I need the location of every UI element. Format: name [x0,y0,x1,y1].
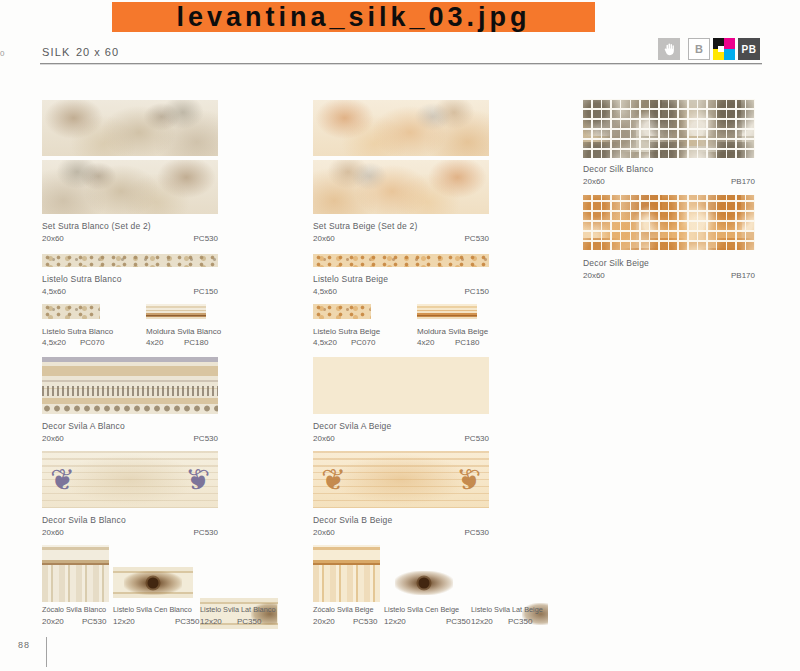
tile-image-moldura-svila-blanco [146,304,206,319]
tile-image-decor-svila-a-blanco [42,357,218,414]
product-decor-svila-a-blanco: Decor Svila A Blanco 20x60PC530 [42,357,218,443]
product-size: 20x60 [42,434,64,443]
product-size: 12x20 [471,617,493,626]
product-code: PC530 [465,434,489,443]
tile-image-zocalo-svila-blanco [42,545,109,602]
product-name: Set Sutra Beige (Set de 2) [313,221,489,231]
tile-image-listelo-svila-cen-blanco [113,567,193,598]
product-name: Decor Svila B Beige [313,515,489,525]
hand-icon [662,42,677,57]
cmyk-icon [713,38,735,60]
product-row-bottom-blanco: Zócalo Svila Blanco Listelo Svila Cen Bl… [42,545,282,630]
product-decor-svila-a-beige: Decor Svila A Beige 20x60PC530 [313,357,489,443]
tile-image-set-sutra-blanco-1 [42,100,218,156]
product-size: 4x20 [146,338,163,347]
tile-image-decor-svila-b-blanco: ❦ ❦ [42,451,218,508]
product-name: Decor Silk Beige [583,258,755,268]
product-set-sutra-beige: Set Sutra Beige (Set de 2) 20x60PC530 [313,100,489,243]
product-size: 20x60 [583,271,605,280]
product-code: PC530 [194,434,218,443]
hand-stamp-icon [658,38,680,60]
corner-flourish-icon: ❦ [185,465,210,495]
product-name: Listelo Sutra Beige [313,327,380,336]
product-code: PC530 [82,617,106,626]
header-rule [40,63,762,65]
tile-image-listelo-sutra-blanco-60 [42,254,218,267]
product-row-bottom-beige: Zócalo Svila Beige Listelo Svila Cen Bei… [313,545,553,630]
tile-image-moldura-svila-beige [417,304,477,319]
product-size: 20x60 [42,234,64,243]
product-name: Zócalo Svila Beige [313,605,373,614]
product-size: 20x60 [583,177,605,186]
product-size: 4,5x60 [313,287,337,296]
product-name: Listelo Sutra Blanco [42,274,218,284]
tile-image-decor-silk-beige [583,195,755,250]
product-size: 12x20 [384,617,406,626]
product-size: 20x60 [313,434,335,443]
product-size: 20x20 [42,617,64,626]
collection-name: SILK [42,46,71,58]
product-decor-svila-b-blanco: ❦ ❦ Decor Svila B Blanco 20x60PC530 [42,451,218,537]
product-name: Zócalo Svila Blanco [42,605,106,614]
product-code: PC350 [508,617,532,626]
product-size: 20x60 [42,528,64,537]
product-decor-silk-blanco: Decor Silk Blanco 20x60PB170 [583,99,755,186]
filename-text: levantina_silk_03.jpg [176,2,530,33]
page-number: 88 [18,640,30,650]
product-name: Listelo Sutra Blanco [42,327,113,336]
product-code: PC180 [455,338,479,347]
product-size: 4,5x20 [42,338,66,347]
footer-divider [46,637,47,667]
corner-flourish-icon: ❦ [321,465,346,495]
product-code: PC150 [465,287,489,296]
product-size: 12x20 [113,617,135,626]
product-code: PC350 [446,617,470,626]
tile-image-zocalo-svila-beige [313,545,380,602]
product-name: Listelo Svila Lat Blanco [200,605,275,614]
product-size: 12x20 [200,617,222,626]
product-size: 20x60 [313,528,335,537]
product-code: PB170 [731,271,755,280]
product-row-small-beige: Listelo Sutra Beige Moldura Svila Beige … [313,304,533,348]
corner-flourish-icon: ❦ [50,465,75,495]
product-code: PC070 [351,338,375,347]
product-name: Listelo Sutra Beige [313,274,489,284]
product-name: Listelo Svila Lat Beige [471,605,543,614]
tile-image-listelo-sutra-blanco-20 [42,304,100,319]
product-code: PC530 [353,617,377,626]
tile-image-set-sutra-beige-1 [313,100,489,156]
product-code: PC530 [465,528,489,537]
product-code: PC350 [237,617,261,626]
product-name: Listelo Svila Cen Blanco [113,605,192,614]
tile-image-listelo-svila-cen-beige [384,567,464,598]
corner-flourish-icon: ❦ [456,465,481,495]
product-code: PC070 [80,338,104,347]
tile-image-decor-svila-a-beige [313,357,489,414]
tile-image-decor-silk-blanco [583,99,755,158]
scan-edge-fragment: 0 [0,49,4,58]
product-name: Decor Svila A Blanco [42,421,218,431]
product-code: PC150 [194,287,218,296]
product-name: Moldura Svila Beige [417,327,488,336]
product-code: PB170 [731,177,755,186]
product-size: 4,5x20 [313,338,337,347]
product-code: PC530 [465,234,489,243]
product-name: Moldura Svila Blanco [146,327,221,336]
tile-image-listelo-sutra-beige-60 [313,254,489,267]
product-size: 4x20 [417,338,434,347]
product-name: Decor Silk Blanco [583,164,755,174]
product-row-small-blanco: Listelo Sutra Blanco Moldura Svila Blanc… [42,304,262,348]
product-name: Listelo Svila Cen Beige [384,605,459,614]
filename-bar: levantina_silk_03.jpg [112,2,595,32]
pb-badge: PB [738,38,760,60]
b-badge: B [688,38,710,60]
product-name: Set Sutra Blanco (Set de 2) [42,221,218,231]
product-name: Decor Svila A Beige [313,421,489,431]
product-size: 4,5x60 [42,287,66,296]
product-code: PC180 [184,338,208,347]
product-code: PC530 [194,234,218,243]
product-decor-svila-b-beige: ❦ ❦ Decor Svila B Beige 20x60PC530 [313,451,489,537]
tile-image-set-sutra-blanco-2 [42,160,218,214]
tile-image-listelo-sutra-beige-20 [313,304,371,319]
product-listelo-sutra-beige-60: Listelo Sutra Beige 4,5x60PC150 [313,254,489,296]
